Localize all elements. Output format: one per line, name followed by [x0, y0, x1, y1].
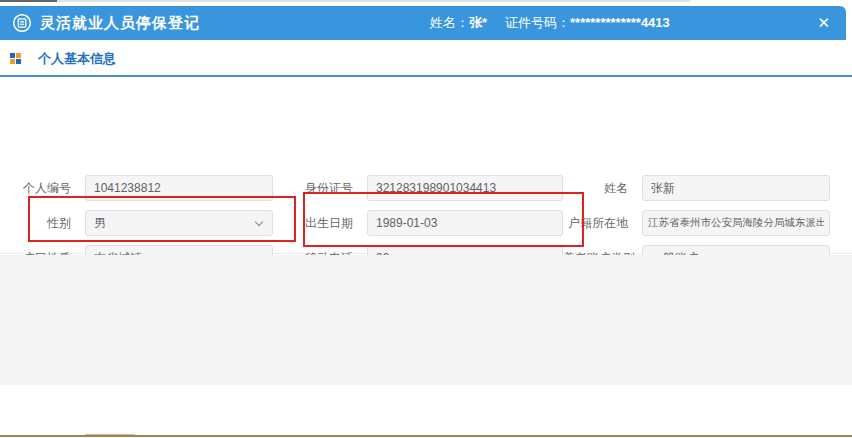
household-addr-field: [642, 210, 830, 236]
personal-no-label: 个人编号: [0, 175, 85, 201]
birth-date-label: 出生日期: [273, 210, 367, 236]
birth-date-field: [367, 210, 563, 236]
modal-footer: 确认提交: [0, 385, 852, 438]
section-header: 个人基本信息: [0, 40, 852, 77]
personal-info-form: 个人编号 身份证号 姓名 性别 男 出生日期 户籍所在地 户口性质 本省城镇: [0, 79, 852, 254]
personal-no-field: [85, 175, 273, 201]
section-title: 个人基本信息: [38, 40, 116, 77]
empty-gray-panel: [0, 255, 852, 385]
idcard-value: **************4413: [570, 15, 670, 30]
top-edge-light-line: [57, 0, 690, 2]
close-icon[interactable]: ✕: [817, 6, 830, 40]
household-addr-label: 户籍所在地: [563, 210, 642, 236]
stop-insurance-modal: 灵活就业人员停保登记 姓名：张*证件号码：**************4413 …: [0, 0, 852, 438]
name-label: 姓名：: [430, 15, 469, 30]
id-card-label: 身份证号: [273, 175, 367, 201]
grid-squares-icon: [10, 53, 21, 64]
idcard-label: 证件号码：: [505, 15, 570, 30]
gender-label: 性别: [0, 210, 85, 236]
form-row-1: 个人编号 身份证号 姓名: [0, 175, 830, 201]
bottom-border-line: [0, 435, 852, 437]
form-row-2: 性别 男 出生日期 户籍所在地: [0, 210, 830, 236]
top-edge-dark-line: [0, 0, 57, 2]
chevron-down-icon: [255, 218, 263, 226]
gender-select: 男: [85, 210, 273, 236]
modal-header: 灵活就业人员停保登记 姓名：张*证件号码：**************4413 …: [0, 6, 846, 40]
modal-title: 灵活就业人员停保登记: [40, 6, 200, 40]
gender-value: 男: [94, 216, 106, 230]
document-badge-icon: [12, 13, 32, 33]
name-field: [642, 175, 830, 201]
id-card-field: [367, 175, 563, 201]
name-field-label: 姓名: [563, 175, 642, 201]
name-value: 张*: [469, 15, 487, 30]
person-summary: 姓名：张*证件号码：**************4413: [430, 6, 670, 40]
